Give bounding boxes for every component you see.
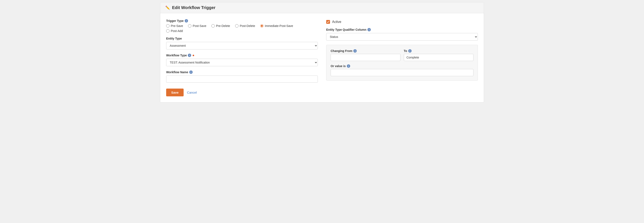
- workflow-name-group: Workflow Name i: [166, 70, 318, 83]
- entity-qualifier-select[interactable]: Status: [326, 33, 478, 40]
- trigger-type-radio-row2: Post-Add: [166, 29, 318, 32]
- active-row: Active: [326, 19, 478, 24]
- required-dot: [193, 55, 194, 56]
- trigger-type-radio-row1: Pre-Save Post-Save Pre-Delete Post-Delet…: [166, 24, 318, 28]
- entity-qualifier-group: Entity Type Qualifier Column i Status: [326, 28, 478, 40]
- to-info-icon[interactable]: i: [408, 49, 412, 52]
- active-label: Active: [332, 20, 341, 24]
- cancel-button[interactable]: Cancel: [187, 91, 197, 94]
- entity-qualifier-label: Entity Type Qualifier Column i: [326, 28, 478, 31]
- entity-qualifier-info-icon[interactable]: i: [368, 28, 371, 31]
- or-value-info-icon[interactable]: i: [347, 64, 350, 68]
- qualifier-row: Changing From i To i: [330, 49, 474, 61]
- radio-post-save[interactable]: Post-Save: [188, 24, 206, 28]
- or-value-label: Or value is i: [330, 64, 474, 68]
- trigger-type-info-icon[interactable]: i: [185, 19, 188, 22]
- workflow-name-info-icon[interactable]: i: [189, 70, 193, 74]
- changing-from-field: Changing From i: [330, 49, 400, 61]
- to-label: To i: [404, 49, 474, 52]
- changing-from-input[interactable]: [330, 54, 400, 61]
- workflow-name-input[interactable]: [166, 76, 318, 83]
- entity-type-group: Entity Type Assessment: [166, 37, 318, 50]
- to-field: To i: [404, 49, 474, 61]
- edit-icon: ✏️: [165, 6, 170, 10]
- or-value-field: Or value is i: [330, 64, 474, 76]
- or-value-input[interactable]: [330, 69, 474, 76]
- trigger-type-label: Trigger Type i: [166, 19, 318, 22]
- to-input[interactable]: [404, 54, 474, 61]
- qualifier-box: Changing From i To i: [326, 45, 478, 80]
- radio-pre-delete[interactable]: Pre-Delete: [211, 24, 230, 28]
- entity-type-label: Entity Type: [166, 37, 318, 40]
- radio-pre-save[interactable]: Pre-Save: [166, 24, 183, 28]
- radio-post-delete[interactable]: Post-Delete: [235, 24, 255, 28]
- changing-from-label: Changing From i: [330, 49, 400, 52]
- page-title: Edit Workflow Trigger: [172, 5, 215, 10]
- workflow-type-info-icon[interactable]: i: [188, 54, 191, 57]
- trigger-type-group: Trigger Type i Pre-Save Post-Save Pre-De…: [166, 19, 318, 32]
- active-checkbox[interactable]: [326, 20, 330, 24]
- workflow-type-group: Workflow Type i TEST: Assessment Notific…: [166, 54, 318, 66]
- footer-actions: Save Cancel: [166, 87, 318, 96]
- radio-post-add[interactable]: Post-Add: [166, 29, 183, 32]
- workflow-type-label: Workflow Type i: [166, 54, 318, 57]
- radio-immediate-post-save[interactable]: Immediate-Post-Save: [260, 24, 293, 28]
- workflow-type-select[interactable]: TEST: Assessment Notification: [166, 59, 318, 66]
- workflow-name-label: Workflow Name i: [166, 70, 318, 74]
- entity-type-select[interactable]: Assessment: [166, 42, 318, 50]
- save-button[interactable]: Save: [166, 88, 184, 96]
- changing-from-info-icon[interactable]: i: [353, 49, 357, 52]
